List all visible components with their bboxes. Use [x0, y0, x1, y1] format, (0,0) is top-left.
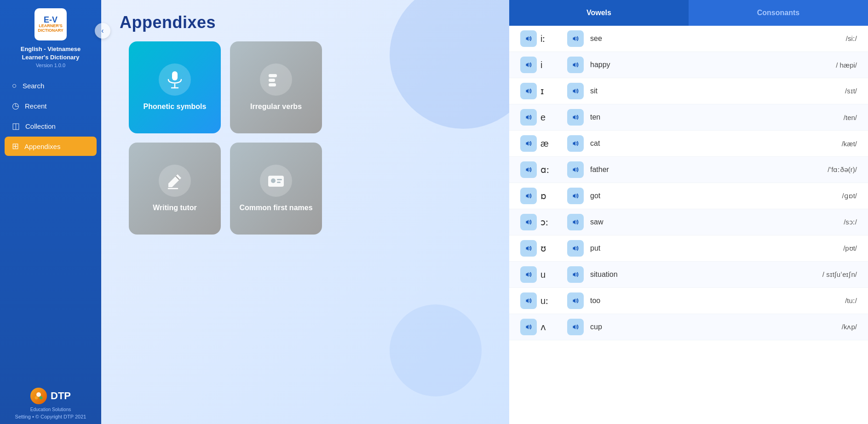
speaker-icon — [525, 192, 532, 200]
play-word-button[interactable] — [567, 135, 584, 152]
grid-icon: ⊞ — [12, 141, 19, 151]
app-logo: E-V LEARNER'SDICTIONARY — [34, 8, 67, 40]
sidebar-item-collection[interactable]: ◫ Collection — [5, 116, 97, 136]
speaker-icon — [572, 35, 579, 42]
page-title: Appendixes — [120, 13, 216, 32]
sidebar-item-search-label: Search — [23, 82, 45, 90]
svg-point-2 — [40, 396, 43, 400]
tile-irregular[interactable]: Irregular verbs — [230, 41, 322, 133]
speaker-icon — [525, 166, 532, 173]
sidebar: E-V LEARNER'SDICTIONARY English - Vietna… — [0, 0, 101, 424]
tile-writing[interactable]: Writing tutor — [129, 143, 221, 235]
play-symbol-button[interactable] — [520, 188, 537, 204]
sidebar-item-appendixes[interactable]: ⊞ Appendixes — [5, 137, 97, 156]
play-symbol-button[interactable] — [520, 266, 537, 283]
play-symbol-button[interactable] — [520, 292, 537, 309]
collapse-sidebar-button[interactable]: ‹ — [95, 23, 110, 39]
play-symbol-button[interactable] — [520, 319, 537, 335]
sidebar-copyright: Setting • © Copyright DTP 2021 — [15, 414, 86, 419]
play-symbol-button[interactable] — [520, 240, 537, 257]
play-word-button[interactable] — [567, 57, 584, 73]
play-word-button[interactable] — [567, 266, 584, 283]
phonetic-word: situation — [590, 270, 819, 279]
phonetic-symbol: ɔː — [540, 217, 563, 228]
speaker-icon — [572, 114, 579, 121]
phonetic-transcription: /pʊt/ — [843, 244, 857, 252]
pen-icon — [165, 171, 185, 191]
sidebar-item-collection-label: Collection — [25, 122, 56, 130]
phonetic-row: i happy / hæpi/ — [509, 52, 868, 78]
speaker-icon — [572, 323, 579, 331]
speaker-icon — [572, 271, 579, 278]
play-symbol-button[interactable] — [520, 214, 537, 230]
speaker-icon — [572, 87, 579, 95]
phonetic-row: ʌ cup /kʌp/ — [509, 314, 868, 340]
svg-rect-8 — [269, 83, 276, 86]
phonetic-word: too — [590, 297, 841, 305]
play-word-button[interactable] — [567, 319, 584, 335]
phonetic-row: iː see /siː/ — [509, 26, 868, 52]
phonetic-row: ɪ sit /sɪt/ — [509, 78, 868, 104]
phonetic-symbol: ʌ — [540, 321, 563, 332]
play-symbol-button[interactable] — [520, 83, 537, 99]
phonetic-transcription: /siː/ — [846, 34, 857, 43]
phonetic-row: æ cat /kæt/ — [509, 131, 868, 157]
search-icon: ○ — [12, 81, 17, 91]
svg-rect-6 — [269, 74, 277, 77]
tile-names-label: Common first names — [239, 203, 312, 213]
speaker-icon — [525, 35, 532, 42]
logo-ev: E-V — [38, 16, 63, 24]
main-header: Appendixes — [101, 0, 509, 37]
svg-rect-11 — [268, 176, 284, 187]
play-word-button[interactable] — [567, 188, 584, 204]
speaker-icon — [572, 166, 579, 173]
phonetic-word: ten — [590, 113, 840, 121]
tile-phonetic[interactable]: Phonetic symbols — [129, 41, 221, 133]
phonetic-transcription: / hæpi/ — [836, 61, 857, 69]
svg-rect-13 — [277, 179, 282, 180]
play-symbol-button[interactable] — [520, 161, 537, 178]
play-word-button[interactable] — [567, 83, 584, 99]
verbs-icon — [266, 69, 286, 90]
play-word-button[interactable] — [567, 109, 584, 126]
phonetic-word: cup — [590, 323, 838, 331]
play-word-button[interactable] — [567, 214, 584, 230]
phonetics-panel: Vowels Consonants iː see /siː/ — [509, 0, 868, 424]
microphone-icon — [165, 69, 185, 90]
play-word-button[interactable] — [567, 240, 584, 257]
phonetic-word: see — [590, 34, 842, 43]
phonetic-transcription: /sɔː/ — [844, 218, 857, 226]
speaker-icon — [572, 297, 579, 304]
main-content: Appendixes Phonetic symbols — [101, 0, 509, 424]
dtp-icon-svg — [34, 391, 44, 401]
phonetic-word: got — [590, 192, 838, 200]
tile-names[interactable]: Common first names — [230, 143, 322, 235]
sidebar-item-recent[interactable]: ◷ Recent — [5, 96, 97, 115]
play-symbol-button[interactable] — [520, 135, 537, 152]
play-word-button[interactable] — [567, 292, 584, 309]
dtp-logo-icon — [30, 388, 47, 404]
speaker-icon — [525, 114, 532, 121]
tab-consonants[interactable]: Consonants — [689, 0, 868, 26]
dtp-brand-name: DTP — [51, 391, 71, 401]
bookmark-icon: ◫ — [12, 121, 20, 131]
play-symbol-button[interactable] — [520, 57, 537, 73]
phonetic-row: ɔː saw /sɔː/ — [509, 209, 868, 235]
sidebar-item-search[interactable]: ○ Search — [5, 76, 97, 95]
play-word-button[interactable] — [567, 161, 584, 178]
tile-phonetic-icon-circle — [159, 63, 191, 96]
phonetic-symbol: æ — [540, 138, 563, 149]
speaker-icon — [572, 218, 579, 226]
play-symbol-button[interactable] — [520, 109, 537, 126]
phonetic-row: ɒ got /ɡɒt/ — [509, 183, 868, 209]
play-word-button[interactable] — [567, 30, 584, 47]
phonetic-symbol: u — [540, 269, 563, 280]
speaker-icon — [572, 245, 579, 252]
play-symbol-button[interactable] — [520, 30, 537, 47]
svg-point-12 — [271, 178, 276, 183]
phonetic-row: u situation / sɪtʃuˈeɪʃn/ — [509, 262, 868, 288]
tab-vowels[interactable]: Vowels — [509, 0, 689, 26]
dtp-logo: DTP — [30, 388, 71, 404]
phonetic-list: iː see /siː/ i — [509, 26, 868, 424]
speaker-icon — [525, 218, 532, 226]
